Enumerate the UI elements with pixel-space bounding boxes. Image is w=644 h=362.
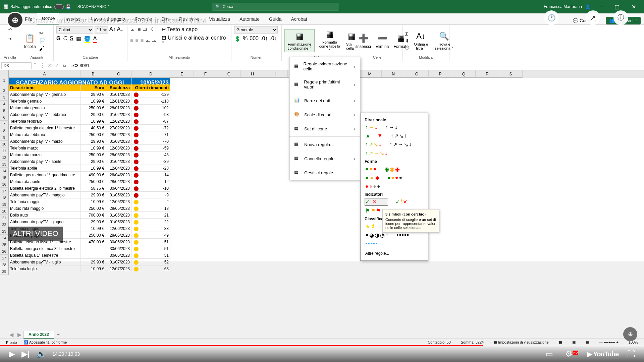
fullscreen-icon[interactable]: ⛶ xyxy=(624,349,639,359)
row-header[interactable]: 6 xyxy=(0,114,9,121)
zoom-slider[interactable]: — ━━●━━ + xyxy=(596,340,622,345)
cell[interactable]: 250,00 € xyxy=(80,178,106,185)
row-header[interactable]: 24 xyxy=(0,235,9,241)
find-select-button[interactable]: 🔍Trova e seleziona ˅ xyxy=(433,29,455,52)
cell[interactable]: 29,90 € xyxy=(80,192,106,198)
info-icon[interactable]: ⓘ xyxy=(613,10,628,25)
row-header[interactable]: 16 xyxy=(0,181,9,188)
cell[interactable]: Mutuo rata maggio xyxy=(9,205,80,212)
watch-later-icon[interactable]: 🕐 xyxy=(544,10,559,25)
currency-icon[interactable]: 💲 xyxy=(234,36,241,42)
cell[interactable]: Telefonia febbraio xyxy=(9,118,80,125)
cell[interactable]: 490,90 € xyxy=(80,172,106,178)
format-painter-icon[interactable]: 🖌 xyxy=(39,46,46,52)
settings-hd-icon[interactable]: ⚙HD xyxy=(562,349,582,359)
col-header[interactable]: H xyxy=(241,70,264,78)
align-center-icon[interactable]: ≡ xyxy=(135,38,138,44)
insert-button[interactable]: ➕Inserisci xyxy=(355,32,372,50)
document-name[interactable]: SCADENZARIO ˅ xyxy=(77,4,110,9)
cell[interactable]: Telefonia marzo xyxy=(9,145,80,152)
row-header[interactable]: 9 xyxy=(0,134,9,141)
cell[interactable]: Bollo auto xyxy=(9,212,80,219)
cell[interactable]: 10,99 € xyxy=(80,165,106,172)
cell[interactable]: 30/06/2023 xyxy=(106,252,131,259)
cell[interactable]: 28/04/2023 xyxy=(106,178,131,185)
row-header[interactable]: 12 xyxy=(0,154,9,161)
cell[interactable]: -98 xyxy=(131,111,170,118)
conditional-formatting-button[interactable]: ▦Formattazione condizionale ˅ xyxy=(284,29,315,52)
row-header[interactable]: 29 xyxy=(0,268,9,275)
cf-top-bottom-rules[interactable]: ▦Regole primi/ultimi valori› xyxy=(289,75,360,94)
cell[interactable]: 51 xyxy=(131,239,170,245)
col-header[interactable]: R xyxy=(476,70,499,78)
view-layout-icon[interactable]: ▦ xyxy=(569,340,579,345)
cell[interactable]: 26/04/2023 xyxy=(106,172,131,178)
volume-button[interactable]: 🔊 xyxy=(33,349,50,359)
cell[interactable]: 22 xyxy=(131,219,170,225)
col-header[interactable]: S xyxy=(499,70,523,78)
cell[interactable]: 27/02/2023 xyxy=(106,125,131,131)
iconset-3stars[interactable]: ★⯨☆ xyxy=(365,223,382,230)
cell[interactable]: Bolletta acqua 1° semestre xyxy=(9,252,80,259)
iconset-red-to-black[interactable]: ●●●● xyxy=(365,183,381,190)
cell[interactable]: Bolletta energia elettrica 1° bimestre xyxy=(9,125,80,131)
row-header[interactable]: 10 xyxy=(0,141,9,147)
cell[interactable] xyxy=(80,245,106,252)
cell[interactable]: 01/03/2023 xyxy=(106,138,131,145)
align-left-icon[interactable]: ≡ xyxy=(130,38,133,44)
row-header[interactable]: 4 xyxy=(0,101,9,107)
cell[interactable]: 63 xyxy=(131,265,170,272)
col-header[interactable]: O xyxy=(405,70,429,78)
cell[interactable]: 01/07/2023 xyxy=(106,259,131,265)
next-button[interactable]: ▶| xyxy=(18,349,33,359)
iconset-more-rules[interactable]: Altre regole... xyxy=(363,249,425,258)
col-header[interactable]: G xyxy=(217,70,241,78)
cell[interactable]: 30/06/2023 xyxy=(106,239,131,245)
fill-icon[interactable]: ⬇ xyxy=(405,38,409,44)
cell[interactable]: 58,75 € xyxy=(80,185,106,192)
iconset-3arrows-gray[interactable]: ↑→↓ xyxy=(385,124,398,131)
cell[interactable]: 18 xyxy=(131,205,170,212)
cell[interactable]: Abbonamento payTV - maggio xyxy=(9,192,80,198)
cell[interactable]: Giorni rimanenti xyxy=(131,84,170,91)
channel-watermark[interactable]: ⊕ xyxy=(623,327,637,341)
cell[interactable]: 30/06/2023 xyxy=(106,245,131,252)
cell[interactable]: Abbonamento payTV - marzo xyxy=(9,138,80,145)
cell[interactable]: 01/04/2023 xyxy=(106,158,131,165)
row-header[interactable]: 18 xyxy=(0,194,9,201)
iconset-3flags[interactable]: ⚑⚑⚑ xyxy=(365,207,381,215)
cell[interactable]: 28/03/2023 xyxy=(106,152,131,158)
cell[interactable]: Abbonamento payTV - febbraio xyxy=(9,111,80,118)
cell[interactable]: 49 xyxy=(131,232,170,239)
iconset-3traffic-lights[interactable]: ●●● xyxy=(365,165,377,173)
row-header[interactable]: 25 xyxy=(0,241,9,248)
col-header[interactable]: Q xyxy=(452,70,476,78)
cf-data-bars[interactable]: 📊Barre dei dati› xyxy=(289,94,360,108)
cell[interactable]: 12/05/2023 xyxy=(106,198,131,205)
cell[interactable]: 01/01/2023 xyxy=(106,91,131,98)
cell[interactable]: 10,99 € xyxy=(80,98,106,105)
copy-icon[interactable]: 📄 xyxy=(39,38,46,44)
row-header[interactable]: 13 xyxy=(0,161,9,168)
cell[interactable]: 250,00 € xyxy=(80,131,106,138)
cell[interactable]: -10 xyxy=(131,185,170,192)
row-header[interactable]: 1 xyxy=(0,77,9,87)
cell[interactable]: 10,99 € xyxy=(80,145,106,152)
cell[interactable]: Mutuo rata marzo xyxy=(9,152,80,158)
cell[interactable]: Bolletta gas metano 1° quadrimestre xyxy=(9,172,80,178)
row-header[interactable]: 21 xyxy=(0,215,9,221)
col-header[interactable]: C xyxy=(106,70,131,78)
col-header[interactable]: N xyxy=(382,70,405,78)
cell[interactable]: 12/01/2023 xyxy=(106,98,131,105)
row-header[interactable]: 14 xyxy=(0,168,9,174)
cell[interactable]: Descrizione xyxy=(9,84,80,91)
iconset-5boxes-3[interactable]: ▪▪▪▪▪ xyxy=(365,240,378,247)
cell[interactable]: 01/06/2023 xyxy=(106,219,131,225)
percent-icon[interactable]: % xyxy=(243,36,248,42)
col-header[interactable]: A xyxy=(9,70,80,78)
iconset-3traffic-lights-rimmed[interactable]: ◉◉◉ xyxy=(384,165,400,173)
cell[interactable]: 30/04/2023 xyxy=(106,185,131,192)
cell[interactable]: Mutuo rata gennaio xyxy=(9,105,80,111)
col-header[interactable]: E xyxy=(170,70,194,78)
cell[interactable]: -71 xyxy=(131,131,170,138)
